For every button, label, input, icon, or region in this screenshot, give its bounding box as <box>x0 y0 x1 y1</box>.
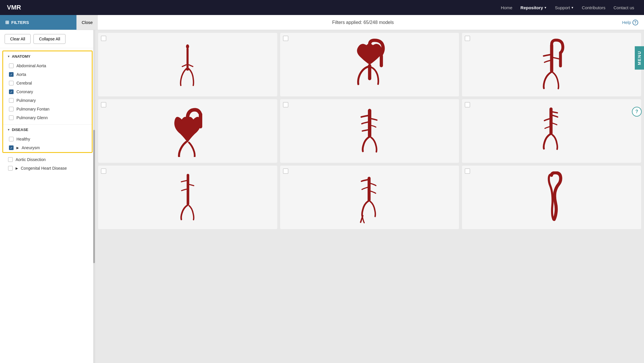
card-checkbox-4[interactable] <box>101 102 106 107</box>
checkbox-cerebral[interactable] <box>9 81 14 85</box>
filters-title: ⊞ FILTERS <box>0 15 76 30</box>
card-checkbox-2[interactable] <box>283 36 288 41</box>
sidebar-actions: Clear All Collapse All <box>0 30 95 48</box>
model-card-5[interactable] <box>280 99 459 163</box>
help-circle-button[interactable]: ? <box>632 107 642 117</box>
collapse-all-button[interactable]: Collapse All <box>33 34 65 44</box>
close-filters-button[interactable]: Close <box>76 15 98 30</box>
model-image-9 <box>537 171 566 223</box>
model-card-8[interactable] <box>280 166 459 229</box>
filter-icon: ⊞ <box>5 20 9 25</box>
model-card-3[interactable] <box>462 33 641 96</box>
help-icon: ? <box>632 20 638 25</box>
congenital-expand-arrow: ▶ <box>16 166 18 170</box>
support-arrow: ▼ <box>571 6 574 9</box>
model-image-7 <box>175 171 201 223</box>
sidebar: Clear All Collapse All ▼ ANATOMY Abdomin… <box>0 30 95 363</box>
filter-item-pulmonary-glenn[interactable]: Pulmonary Glenn <box>3 113 92 122</box>
model-card-4[interactable] <box>98 99 277 163</box>
sidebar-scrollbar-thumb[interactable] <box>93 130 95 263</box>
svg-rect-6 <box>559 51 562 67</box>
main-nav: Home Repository ▼ Support ▼ Contributors… <box>498 3 637 12</box>
svg-rect-7 <box>199 113 202 128</box>
clear-all-button[interactable]: Clear All <box>5 34 31 44</box>
nav-contact[interactable]: Contact us <box>611 3 637 12</box>
nav-repository[interactable]: Repository ▼ <box>518 3 550 12</box>
svg-rect-8 <box>368 109 371 138</box>
filter-item-aortic-dissection[interactable]: Aortic Dissection <box>2 155 93 164</box>
card-checkbox-7[interactable] <box>101 169 106 174</box>
model-card-7[interactable] <box>98 166 277 229</box>
content-area <box>95 30 644 363</box>
model-image-2 <box>349 39 391 91</box>
card-checkbox-9[interactable] <box>465 169 470 174</box>
nav-contributors[interactable]: Contributors <box>579 3 609 12</box>
svg-rect-5 <box>550 44 553 73</box>
card-checkbox-8[interactable] <box>283 169 288 174</box>
disease-arrow: ▼ <box>7 128 10 131</box>
filter-item-aorta[interactable]: Aorta <box>3 70 92 79</box>
checkbox-coronary[interactable] <box>9 89 14 94</box>
checkbox-pulmonary-fontan[interactable] <box>9 107 14 111</box>
checkbox-abdominal-aorta[interactable] <box>9 63 14 68</box>
svg-rect-3 <box>380 54 383 67</box>
main-layout: Clear All Collapse All ▼ ANATOMY Abdomin… <box>0 30 644 363</box>
model-image-4 <box>169 105 206 157</box>
svg-rect-10 <box>187 174 189 205</box>
filter-item-abdominal-aorta[interactable]: Abdominal Aorta <box>3 61 92 70</box>
sidebar-scrollbar-track[interactable] <box>93 30 95 363</box>
model-image-5 <box>354 105 385 157</box>
card-checkbox-1[interactable] <box>101 36 106 41</box>
model-card-9[interactable] <box>462 166 641 229</box>
nav-support[interactable]: Support ▼ <box>552 3 576 12</box>
model-card-6[interactable] <box>462 99 641 163</box>
filter-item-cerebral[interactable]: Cerebral <box>3 79 92 87</box>
menu-tab[interactable]: MENU <box>635 46 644 70</box>
filter-bar: ⊞ FILTERS Close Filters applied: 65/248 … <box>0 15 644 30</box>
model-image-8 <box>355 171 385 223</box>
aneurysm-expand-arrow: ▶ <box>16 146 19 150</box>
model-grid <box>98 33 641 229</box>
anatomy-section-header[interactable]: ▼ ANATOMY <box>3 51 92 61</box>
svg-rect-1 <box>187 48 189 69</box>
checkbox-aorta[interactable] <box>9 72 14 77</box>
anatomy-arrow: ▼ <box>7 55 10 58</box>
filter-item-coronary[interactable]: Coronary <box>3 87 92 96</box>
help-button[interactable]: Help ? <box>622 20 638 25</box>
card-checkbox-5[interactable] <box>283 102 288 107</box>
checkbox-pulmonary[interactable] <box>9 98 14 103</box>
checkbox-aneurysm[interactable] <box>9 145 14 150</box>
checkbox-healthy[interactable] <box>9 137 14 141</box>
model-card-2[interactable] <box>280 33 459 96</box>
checkbox-pulmonary-glenn[interactable] <box>9 115 14 120</box>
repository-arrow: ▼ <box>544 6 547 9</box>
app-logo: VMR <box>7 4 21 11</box>
svg-rect-11 <box>368 177 370 201</box>
filter-item-congenital-heart[interactable]: ▶ Congenital Heart Disease <box>2 164 93 173</box>
disease-section-header[interactable]: ▼ DISEASE <box>3 124 92 135</box>
filter-item-aneurysm[interactable]: ▶ Aneurysm <box>3 143 92 152</box>
filter-item-pulmonary-fontan[interactable]: Pulmonary Fontan <box>3 105 92 113</box>
nav-home[interactable]: Home <box>498 3 515 12</box>
card-checkbox-6[interactable] <box>465 102 470 107</box>
filter-item-pulmonary[interactable]: Pulmonary <box>3 96 92 105</box>
filter-item-healthy[interactable]: Healthy <box>3 135 92 143</box>
filters-applied-text: Filters applied: 65/248 models <box>104 20 622 25</box>
top-navigation: VMR Home Repository ▼ Support ▼ Contribu… <box>0 0 644 15</box>
model-image-1 <box>175 39 201 91</box>
card-checkbox-3[interactable] <box>465 36 470 41</box>
checkbox-congenital-heart[interactable] <box>8 166 13 171</box>
checkbox-aortic-dissection[interactable] <box>8 157 13 162</box>
model-card-1[interactable] <box>98 33 277 96</box>
model-image-6 <box>536 105 567 157</box>
model-image-3 <box>534 39 569 91</box>
filter-section-highlighted: ▼ ANATOMY Abdominal Aorta Aorta Cerebral… <box>2 50 93 153</box>
